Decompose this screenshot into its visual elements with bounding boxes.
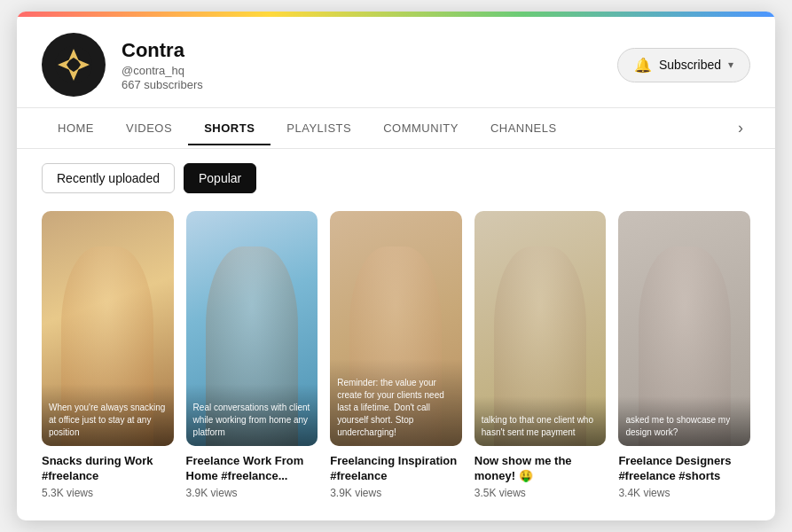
video-title-1: Snacks during Work #freelance: [42, 453, 174, 484]
video-title-4: Now show me the money! 🤑: [474, 453, 607, 484]
video-thumb-3: Reminder: the value your create for your…: [330, 211, 462, 445]
video-title-5: Freelance Designers #freelance #shorts: [618, 453, 750, 484]
video-views-2: 3.9K views: [186, 487, 318, 499]
subscribe-button[interactable]: 🔔 Subscribed ▾: [617, 48, 750, 82]
video-views-5: 3.4K views: [618, 487, 750, 499]
video-thumb-1: When you're always snacking at office ju…: [42, 211, 174, 445]
filter-recently-uploaded[interactable]: Recently uploaded: [42, 163, 175, 193]
video-thumb-4: talking to that one client who hasn't se…: [474, 211, 607, 445]
channel-name: Contra: [122, 39, 617, 62]
tab-home[interactable]: HOME: [42, 111, 110, 145]
video-card-1[interactable]: When you're always snacking at office ju…: [42, 211, 174, 498]
bell-icon: 🔔: [634, 57, 652, 74]
tab-channels[interactable]: CHANNELS: [474, 111, 573, 145]
video-thumb-5: asked me to showcase my design work?: [618, 211, 750, 445]
tab-playlists[interactable]: PLAYLISTS: [271, 111, 367, 145]
video-card-2[interactable]: Real conversations with client while wor…: [186, 211, 318, 498]
video-title-2: Freelance Work From Home #freelance...: [186, 453, 318, 484]
video-card-5[interactable]: asked me to showcase my design work? Fre…: [618, 211, 750, 498]
channel-info: Contra @contra_hq 667 subscribers: [122, 39, 617, 91]
video-views-3: 3.9K views: [330, 487, 462, 499]
video-card-3[interactable]: Reminder: the value your create for your…: [330, 211, 462, 498]
thumb-overlay-2: Real conversations with client while wor…: [186, 384, 318, 446]
filter-row: Recently uploaded Popular: [17, 149, 775, 202]
video-card-4[interactable]: talking to that one client who hasn't se…: [474, 211, 607, 498]
video-views-4: 3.5K views: [474, 487, 607, 499]
filter-popular[interactable]: Popular: [184, 163, 256, 193]
nav-arrow-right[interactable]: ›: [731, 108, 750, 148]
video-title-3: Freelancing Inspiration #freelance: [330, 453, 462, 484]
channel-logo: [42, 33, 106, 97]
channel-handle: @contra_hq: [122, 64, 617, 77]
tab-videos[interactable]: VIDEOS: [110, 111, 188, 145]
thumb-overlay-1: When you're always snacking at office ju…: [42, 384, 174, 446]
thumb-overlay-5: asked me to showcase my design work?: [618, 396, 750, 446]
video-views-1: 5.3K views: [42, 487, 174, 499]
channel-header: Contra @contra_hq 667 subscribers 🔔 Subs…: [17, 17, 775, 108]
thumb-overlay-4: talking to that one client who hasn't se…: [474, 396, 607, 446]
chevron-down-icon: ▾: [728, 59, 733, 71]
channel-nav: HOME VIDEOS SHORTS PLAYLISTS COMMUNITY C…: [17, 108, 775, 149]
videos-grid: When you're always snacking at office ju…: [17, 202, 775, 520]
contra-logo-icon: [54, 45, 93, 84]
tab-community[interactable]: COMMUNITY: [367, 111, 474, 145]
channel-subscribers: 667 subscribers: [122, 78, 617, 91]
browser-window: Contra @contra_hq 667 subscribers 🔔 Subs…: [17, 12, 775, 520]
subscribe-label: Subscribed: [659, 58, 721, 72]
thumb-overlay-3: Reminder: the value your create for your…: [330, 359, 462, 446]
tab-shorts[interactable]: SHORTS: [188, 111, 271, 145]
video-thumb-2: Real conversations with client while wor…: [186, 211, 318, 445]
